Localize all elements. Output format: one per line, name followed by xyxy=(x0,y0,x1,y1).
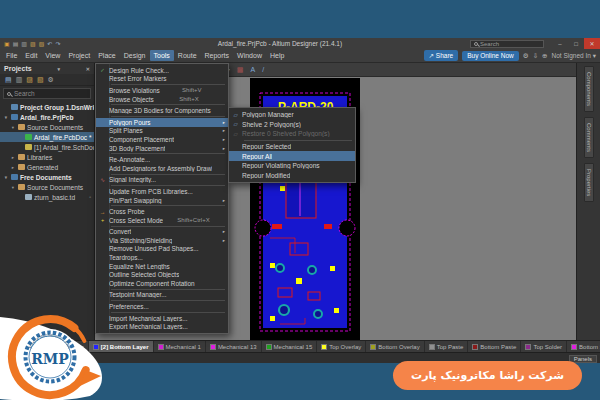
menu-item[interactable]: + Cross Select Mode Shift+Ctrl+X xyxy=(96,216,228,225)
share-button[interactable]: ↗ Share xyxy=(424,50,459,61)
close-button[interactable]: ✕ xyxy=(584,38,600,49)
menu-item[interactable]: Equalize Net Lengths xyxy=(96,262,228,271)
menu-item[interactable]: Convert ▸ xyxy=(96,228,228,237)
submenu-item[interactable]: Repour Modified xyxy=(229,171,355,181)
menu-bar-item[interactable]: Window xyxy=(233,50,266,61)
menu-item[interactable]: Browse Objects Shift+X xyxy=(96,95,228,104)
menu-item[interactable]: Component Placement ▸ xyxy=(96,135,228,144)
layer-tab[interactable]: Mechanical 1 xyxy=(154,341,206,352)
submenu-item[interactable]: ▱ Restore 0 Shelved Polygon(s) xyxy=(229,129,355,139)
quick-access-icon[interactable]: ▥ xyxy=(21,41,27,47)
menu-bar-item[interactable]: Help xyxy=(266,50,288,61)
menu-item[interactable]: Update From PCB Libraries... xyxy=(96,187,228,196)
menu-item[interactable]: Pin/Part Swapping ▸ xyxy=(96,196,228,205)
cloud-download-icon[interactable]: ⇩ xyxy=(533,52,538,60)
submenu-item[interactable]: ▱ Shelve 2 Polygon(s) xyxy=(229,120,355,130)
tree-item[interactable]: ▸ Generated xyxy=(0,162,94,172)
layer-tab[interactable]: Mechanical 13 xyxy=(206,341,262,352)
tree-expand-icon[interactable]: ▸ xyxy=(10,165,16,170)
menu-item[interactable]: Browse Violations Shift+V xyxy=(96,86,228,95)
menu-bar-item[interactable]: View xyxy=(41,50,64,61)
maximize-button[interactable]: □ xyxy=(568,38,584,49)
menu-item[interactable]: Re-Annotate... xyxy=(96,155,228,164)
quick-access-icon[interactable]: ▧ xyxy=(39,41,45,47)
quick-access-icon[interactable]: ↶ xyxy=(47,41,52,47)
quick-access-icon[interactable]: ▨ xyxy=(30,41,36,47)
right-panel-tab[interactable]: Comments xyxy=(584,117,594,158)
menu-item[interactable]: ∿ Signal Integrity... xyxy=(96,176,228,185)
tree-expand-icon[interactable]: ▾ xyxy=(3,175,9,180)
menu-bar-item[interactable]: Reports xyxy=(201,50,234,61)
layer-tab[interactable]: Bottom Overlay xyxy=(366,341,424,352)
sign-in-status[interactable]: Not Signed In ▾ xyxy=(552,52,596,60)
tree-item[interactable]: Ardal_fire.PcbDoc * ▫ xyxy=(0,132,94,142)
projects-toolbar-icon[interactable]: ▤ xyxy=(5,76,12,83)
projects-toolbar-icon[interactable]: ⚙ xyxy=(48,76,54,83)
layer-tab[interactable]: Top Paste xyxy=(425,341,469,352)
editor-tool-icon[interactable]: A xyxy=(250,66,255,73)
panel-collapse-icon[interactable]: ▾ xyxy=(53,66,60,72)
menu-item[interactable]: Add Designators for Assembly Drawing xyxy=(96,164,228,173)
layer-tab[interactable]: Bottom Solder xyxy=(567,341,600,352)
menu-item[interactable]: → Cross Probe xyxy=(96,207,228,216)
submenu-item[interactable]: Repour Violating Polygons xyxy=(229,161,355,171)
menu-bar-item[interactable]: Place xyxy=(94,50,120,61)
projects-toolbar-icon[interactable]: ▧ xyxy=(37,76,44,83)
menu-bar-item[interactable]: Design xyxy=(120,50,150,61)
quick-access-icon[interactable]: ↷ xyxy=(55,41,60,47)
submenu-item[interactable]: ▱ Polygon Manager xyxy=(229,110,355,120)
menu-item[interactable]: Teardrops... xyxy=(96,253,228,262)
editor-tool-icon[interactable]: / xyxy=(262,66,264,73)
panel-close-icon[interactable]: ✕ xyxy=(82,66,90,72)
layer-tab[interactable]: Mechanical 15 xyxy=(262,341,318,352)
menu-item[interactable]: Remove Unused Pad Shapes... xyxy=(96,245,228,254)
tree-item[interactable]: Project Group 1.DsnWrk xyxy=(0,102,94,112)
tree-expand-icon[interactable]: ▾ xyxy=(10,185,16,190)
right-panel-tab[interactable]: Components xyxy=(584,66,594,112)
editor-tool-icon[interactable]: ▩ xyxy=(237,66,244,73)
menu-item[interactable]: Via Stitching/Shielding ▸ xyxy=(96,236,228,245)
menu-item[interactable]: 3D Body Placement ▸ xyxy=(96,144,228,153)
projects-search-input[interactable]: Search xyxy=(3,88,91,99)
tree-expand-icon[interactable]: ▾ xyxy=(3,115,9,120)
tree-item[interactable]: zturn_basic.td ▫ xyxy=(0,192,94,202)
menu-bar-item[interactable]: Edit xyxy=(21,50,41,61)
submenu-item[interactable]: Repour All xyxy=(229,151,355,161)
menu-bar-item[interactable]: Tools xyxy=(150,50,174,61)
layer-tab[interactable]: Top Overlay xyxy=(317,341,366,352)
layer-tab[interactable]: Top Solder xyxy=(521,341,567,352)
window-controls: – □ ✕ xyxy=(552,38,600,49)
layer-tab-label: Mechanical 1 xyxy=(166,344,201,350)
menu-item[interactable]: Testpoint Manager... xyxy=(96,291,228,300)
menu-item[interactable]: Manage 3D Bodies for Components on Board… xyxy=(96,106,228,115)
projects-toolbar-icon[interactable]: ▨ xyxy=(26,76,33,83)
minimize-button[interactable]: – xyxy=(552,38,568,49)
menu-bar-item[interactable]: Project xyxy=(64,50,94,61)
tree-item[interactable]: [1] Ardal_fire.SchDoc xyxy=(0,142,94,152)
tree-item[interactable]: ▸ Libraries xyxy=(0,152,94,162)
menu-item[interactable]: Reset Error Markers xyxy=(96,75,228,84)
quick-access-icon[interactable]: ▤ xyxy=(13,41,19,47)
tree-item[interactable]: ▾ Ardal_fire.PrjPcb xyxy=(0,112,94,122)
tree-item[interactable]: ▾ Source Documents xyxy=(0,182,94,192)
layer-tab[interactable]: Bottom Paste xyxy=(468,341,521,352)
tree-expand-icon[interactable]: ▸ xyxy=(10,155,16,160)
global-search-input[interactable]: Search xyxy=(470,40,544,48)
buy-online-button[interactable]: Buy Online Now xyxy=(462,51,519,61)
menu-item[interactable]: Polygon Pours ▸ xyxy=(96,118,228,127)
submenu-item[interactable]: Repour Selected xyxy=(229,142,355,152)
tree-item[interactable]: ▾ Source Documents xyxy=(0,122,94,132)
menu-bar-item[interactable]: Route xyxy=(174,50,201,61)
quick-access-icon[interactable]: ▣ xyxy=(4,41,10,47)
menu-bar-item[interactable]: File xyxy=(2,50,21,61)
menu-item[interactable]: Optimize Component Rotation xyxy=(96,279,228,288)
menu-item-label: Outline Selected Objects xyxy=(109,271,179,278)
right-panel-tab[interactable]: Properties xyxy=(584,163,594,202)
menu-item[interactable]: Split Planes ▸ xyxy=(96,127,228,136)
menu-item[interactable]: Outline Selected Objects xyxy=(96,270,228,279)
tree-expand-icon[interactable]: ▾ xyxy=(10,125,16,130)
menu-item[interactable]: ✓ Design Rule Check... xyxy=(96,66,228,75)
tree-item[interactable]: ▾ Free Documents xyxy=(0,172,94,182)
gear-icon[interactable]: ⚙ xyxy=(523,52,529,60)
projects-toolbar-icon[interactable]: ▥ xyxy=(16,76,23,83)
